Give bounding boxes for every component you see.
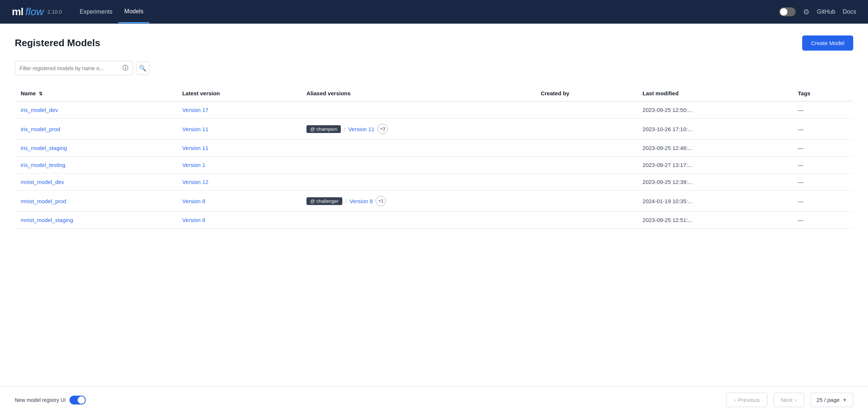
table-row: iris_model_prodVersion 11@ champion:Vers… (15, 119, 853, 140)
gear-icon[interactable]: ⚙ (803, 7, 810, 16)
aliased-versions-cell: @ champion:Version 11+3 (306, 124, 529, 134)
tags-cell: — (792, 212, 853, 229)
search-input[interactable] (20, 65, 119, 71)
version-link[interactable]: Version 12 (182, 179, 208, 185)
created-by-cell (535, 174, 637, 191)
brand-ml: ml (12, 6, 23, 18)
tags-cell: — (792, 157, 853, 174)
alias-version-link[interactable]: Version 8 (350, 198, 373, 204)
table-header-row: Name ⇅ Latest version Aliased versions C… (15, 86, 853, 101)
col-last-modified: Last modified (637, 86, 792, 101)
tags-cell: — (792, 101, 853, 119)
version-link[interactable]: Version 17 (182, 107, 208, 113)
alias-badge: @ challenger (306, 197, 342, 205)
version-link[interactable]: Version 11 (182, 145, 208, 151)
table-row: mnist_model_devVersion 122023-09-25 12:3… (15, 174, 853, 191)
docs-link[interactable]: Docs (843, 8, 856, 15)
previous-label: Previous (738, 397, 759, 403)
created-by-cell (535, 119, 637, 140)
new-registry-toggle: New model registry UI (15, 396, 86, 405)
tags-cell: — (792, 191, 853, 212)
table-row: mnist_model_prodVersion 8@ challenger:Ve… (15, 191, 853, 212)
previous-button[interactable]: ‹ Previous (726, 393, 767, 407)
col-tags: Tags (792, 86, 853, 101)
brand-flow: flow (26, 6, 44, 18)
model-name-link[interactable]: mnist_model_dev (21, 179, 64, 185)
search-bar: ⓘ 🔍 (15, 61, 853, 75)
new-registry-label: New model registry UI (15, 397, 66, 403)
alias-colon: : (344, 126, 345, 132)
search-input-wrapper[interactable]: ⓘ (15, 61, 133, 75)
col-created-by: Created by (535, 86, 637, 101)
info-icon: ⓘ (122, 64, 128, 72)
last-modified-cell: 2023-09-25 12:50:... (637, 101, 792, 119)
created-by-cell (535, 191, 637, 212)
alias-badge: @ champion (306, 125, 341, 133)
last-modified-cell: 2023-10-26 17:10:... (637, 119, 792, 140)
last-modified-cell: 2023-09-25 12:51:... (637, 212, 792, 229)
table-row: iris_model_devVersion 172023-09-25 12:50… (15, 101, 853, 119)
footer: New model registry UI ‹ Previous Next › … (0, 386, 868, 413)
chevron-down-icon: ▼ (842, 397, 847, 403)
created-by-cell (535, 157, 637, 174)
main-content: Registered Models Create Model ⓘ 🔍 Name … (0, 24, 868, 413)
search-button[interactable]: 🔍 (136, 62, 149, 75)
tags-cell: — (792, 140, 853, 157)
version-link[interactable]: Version 1 (182, 162, 206, 168)
aliased-versions-cell: @ challenger:Version 8+1 (306, 196, 529, 206)
nav-experiments[interactable]: Experiments (74, 1, 118, 23)
sort-icon: ⇅ (39, 91, 43, 96)
search-icon: 🔍 (139, 65, 146, 72)
theme-toggle[interactable] (779, 7, 796, 16)
brand-logo: mlflow 2.10.0 (12, 6, 62, 18)
model-name-link[interactable]: iris_model_testing (21, 162, 65, 168)
created-by-cell (535, 101, 637, 119)
model-name-link[interactable]: iris_model_staging (21, 145, 67, 151)
pagination-controls: ‹ Previous Next › 25 / page ▼ (726, 393, 853, 407)
page-title: Registered Models (15, 37, 100, 49)
table-row: mnist_model_stagingVersion 82023-09-25 1… (15, 212, 853, 229)
nav-links: Experiments Models (74, 1, 767, 23)
model-name-link[interactable]: iris_model_dev (21, 107, 58, 113)
created-by-cell (535, 140, 637, 157)
alias-colon: : (345, 198, 347, 204)
table-row: iris_model_stagingVersion 112023-09-25 1… (15, 140, 853, 157)
col-name[interactable]: Name ⇅ (15, 86, 176, 101)
brand-version: 2.10.0 (47, 9, 62, 15)
table-row: iris_model_testingVersion 12023-09-27 13… (15, 157, 853, 174)
nav-models[interactable]: Models (118, 1, 149, 23)
last-modified-cell: 2024-01-19 10:35:... (637, 191, 792, 212)
chevron-left-icon: ‹ (734, 397, 736, 403)
plus-badge[interactable]: +1 (376, 196, 386, 206)
page-size-label: 25 / page (817, 397, 840, 403)
version-link[interactable]: Version 11 (182, 126, 208, 132)
next-button[interactable]: Next › (773, 393, 804, 407)
col-aliased-versions: Aliased versions (301, 86, 535, 101)
page-header: Registered Models Create Model (15, 35, 853, 51)
last-modified-cell: 2023-09-25 12:46:... (637, 140, 792, 157)
alias-version-link[interactable]: Version 11 (348, 126, 374, 132)
version-link[interactable]: Version 8 (182, 217, 206, 223)
model-name-link[interactable]: mnist_model_staging (21, 217, 73, 223)
tags-cell: — (792, 174, 853, 191)
last-modified-cell: 2023-09-27 13:17:... (637, 157, 792, 174)
model-name-link[interactable]: mnist_model_prod (21, 198, 66, 204)
models-table: Name ⇅ Latest version Aliased versions C… (15, 86, 853, 229)
model-name-link[interactable]: iris_model_prod (21, 126, 60, 132)
page-size-select[interactable]: 25 / page ▼ (810, 393, 853, 407)
plus-badge[interactable]: +3 (377, 124, 388, 134)
create-model-button[interactable]: Create Model (802, 35, 853, 51)
col-latest-version: Latest version (176, 86, 301, 101)
created-by-cell (535, 212, 637, 229)
tags-cell: — (792, 119, 853, 140)
chevron-right-icon: › (795, 397, 797, 403)
github-link[interactable]: GitHub (817, 8, 835, 15)
version-link[interactable]: Version 8 (182, 198, 206, 204)
last-modified-cell: 2023-09-25 12:39:... (637, 174, 792, 191)
nav-right: ⚙ GitHub Docs (779, 7, 856, 16)
new-registry-switch[interactable] (69, 396, 86, 405)
next-label: Next (781, 397, 793, 403)
